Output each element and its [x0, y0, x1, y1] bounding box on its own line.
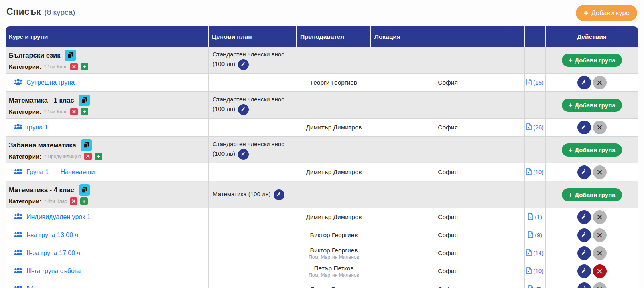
duplicate-course-button[interactable]	[79, 95, 90, 106]
actions-cell: ✕	[546, 226, 638, 244]
students-count-link[interactable]: x (14)	[526, 249, 544, 257]
students-count-link[interactable]: x (1)	[528, 213, 542, 221]
group-name: III-та група събота	[26, 268, 81, 275]
edit-group-button[interactable]	[577, 210, 591, 224]
course-main: Математика - 1 клас Категории: * 1ви Кла…	[6, 92, 93, 118]
students-count-link[interactable]: x (9)	[528, 231, 542, 239]
duplicate-course-button[interactable]	[79, 184, 90, 196]
course-cell: Математика - 4 клас Категории: * 4ти Кла…	[6, 181, 209, 208]
excel-file-icon: x	[526, 267, 532, 275]
delete-group-button[interactable]: ✕	[593, 282, 607, 288]
edit-group-button[interactable]	[577, 246, 591, 260]
group-name: Сутрешна група	[26, 79, 75, 86]
students-count: (9)	[535, 232, 542, 238]
students-count: (7)	[535, 286, 542, 288]
location-cell: София	[371, 208, 525, 226]
categories-label: Категории:	[9, 108, 41, 115]
teacher-name: Виктор Георгиев	[310, 247, 358, 254]
edit-price-plan-button[interactable]	[274, 189, 284, 200]
count-cell: x (1)	[525, 208, 546, 226]
remove-category-button[interactable]: ✕	[70, 197, 77, 205]
edit-group-button[interactable]	[577, 228, 591, 242]
courses-table: Курс и групи Ценови план Преподавател Ло…	[6, 26, 638, 288]
remove-category-button[interactable]: ✕	[70, 108, 78, 115]
copy-icon	[67, 52, 74, 60]
pencil-icon	[241, 61, 246, 68]
duplicate-course-button[interactable]	[65, 50, 76, 61]
course-name: Математика - 1 клас	[9, 97, 74, 104]
excel-file-icon: x	[528, 285, 533, 288]
copy-icon	[81, 186, 88, 194]
add-category-button[interactable]: +	[81, 63, 88, 70]
pencil-icon	[581, 79, 587, 86]
group-link[interactable]: Група 1	[14, 168, 49, 177]
location-cell: София	[371, 244, 525, 262]
students-count-link[interactable]: x (10)	[526, 267, 544, 275]
group-link[interactable]: група 1	[14, 123, 48, 132]
edit-price-plan-button[interactable]	[238, 104, 249, 115]
teacher-cell: Димитър Димитров	[297, 208, 371, 226]
plus-icon: +	[568, 102, 572, 109]
actions-cell: + Добави група	[546, 137, 638, 163]
add-group-button[interactable]: + Добави група	[562, 99, 622, 112]
add-group-button[interactable]: + Добави група	[562, 54, 622, 67]
group-level-link[interactable]: Начинаещи	[60, 169, 95, 176]
teacher-cell: Петър Петков Пом: Мартин Миленов	[297, 262, 371, 280]
svg-text:x: x	[528, 171, 530, 174]
edit-group-button[interactable]	[577, 121, 591, 134]
location-cell-empty	[371, 181, 525, 208]
edit-group-button[interactable]	[577, 264, 591, 278]
category-value: * 4ти Клас	[44, 199, 67, 204]
students-count-link[interactable]: x (15)	[526, 79, 544, 87]
group-link[interactable]: I-ва група 13:00 ч.	[14, 231, 80, 240]
group-cell: Индивидуален урок 1	[6, 208, 209, 226]
group-users-icon	[14, 267, 23, 276]
add-category-button[interactable]: +	[81, 108, 88, 115]
group-name: I-ва група 13:00 ч.	[26, 232, 80, 239]
students-count: (1)	[535, 214, 542, 220]
delete-group-button[interactable]: ✕	[593, 165, 607, 179]
delete-group-button[interactable]: ✕	[593, 76, 607, 89]
group-link[interactable]: Сутрешна група	[14, 79, 75, 87]
edit-group-button[interactable]	[577, 76, 591, 89]
remove-category-button[interactable]: ✕	[84, 153, 92, 160]
count-cell: x (14)	[525, 244, 546, 262]
add-group-button[interactable]: + Добави група	[562, 188, 622, 201]
price-plan-cell: Стандартен членски внос (100 лв)	[209, 92, 297, 118]
students-count-link[interactable]: x (26)	[526, 123, 544, 131]
delete-group-button[interactable]: ✕	[593, 121, 607, 134]
add-category-button[interactable]: +	[80, 197, 88, 205]
group-users-icon	[14, 79, 23, 87]
group-cell: Сутрешна група	[6, 74, 209, 91]
remove-category-button[interactable]: ✕	[70, 63, 78, 70]
svg-text:x: x	[528, 81, 530, 85]
location-cell-empty	[371, 92, 525, 118]
duplicate-course-button[interactable]	[81, 139, 92, 151]
group-link[interactable]: Индивидуален урок 1	[14, 213, 91, 222]
edit-price-plan-button[interactable]	[238, 59, 249, 70]
add-group-button[interactable]: + Добави група	[562, 143, 622, 157]
course-main: Български език Категории: * 1ви Клас ✕	[6, 47, 91, 73]
delete-group-button[interactable]: ✕	[593, 246, 607, 260]
edit-price-plan-button[interactable]	[238, 149, 249, 160]
course-row: Математика - 1 клас Категории: * 1ви Кла…	[6, 92, 638, 119]
delete-group-button[interactable]: ✕	[593, 264, 607, 278]
add-category-button[interactable]: +	[95, 153, 102, 160]
delete-group-button[interactable]: ✕	[593, 210, 607, 224]
group-users-icon	[14, 168, 23, 177]
group-link[interactable]: III-та група събота	[14, 267, 81, 276]
add-course-button[interactable]: + Добави курс	[576, 5, 637, 21]
group-link[interactable]: II-ра група 17:00 ч.	[14, 249, 82, 258]
group-link[interactable]: IV-та група неделя	[14, 285, 82, 288]
price-cell-empty	[209, 74, 297, 91]
topbar: Списък (8 курса) + Добави курс	[0, 0, 644, 26]
delete-group-button[interactable]: ✕	[593, 228, 607, 242]
students-count-link[interactable]: x (10)	[526, 168, 544, 176]
price-plan-cell: Стандартен членски внос (100 лв)	[209, 47, 297, 73]
students-count-link[interactable]: x (7)	[528, 285, 542, 288]
edit-group-button[interactable]	[577, 165, 591, 179]
group-name: група 1	[26, 124, 48, 131]
edit-group-button[interactable]	[577, 282, 591, 288]
count-cell-empty	[525, 181, 546, 208]
group-cell: група 1	[6, 119, 209, 136]
